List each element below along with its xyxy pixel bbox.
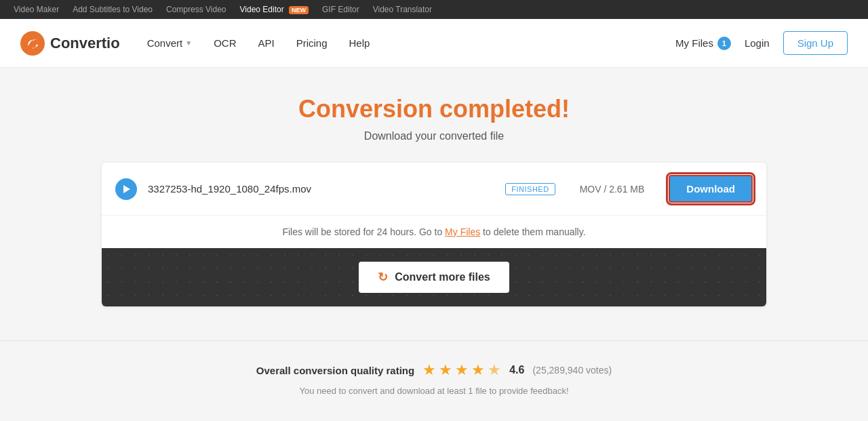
convert-more-button[interactable]: ↻ Convert more files [359, 262, 509, 293]
rating-note: You need to convert and download at leas… [299, 386, 568, 396]
nav-help[interactable]: Help [349, 37, 370, 49]
download-button[interactable]: Download [669, 175, 753, 203]
conversion-title: Conversion completed! [298, 95, 570, 123]
file-size: MOV / 2.61 MB [580, 184, 645, 195]
rating-section: Overall conversion quality rating ★ ★ ★ … [0, 341, 868, 409]
storage-notice-prefix: Files will be stored for 24 hours. Go to [282, 226, 445, 237]
star-4[interactable]: ★ [471, 361, 485, 379]
refresh-icon: ↻ [378, 270, 388, 285]
star-rating[interactable]: ★ ★ ★ ★ ★ [422, 361, 501, 379]
storage-notice-suffix: to delete them manually. [480, 226, 585, 237]
nav-ocr[interactable]: OCR [214, 37, 236, 49]
star-1[interactable]: ★ [422, 361, 436, 379]
star-5-half[interactable]: ★ [488, 361, 501, 379]
star-3[interactable]: ★ [455, 361, 469, 379]
header: Convertio Convert ▼ OCR API Pricing Help… [0, 19, 868, 68]
star-2[interactable]: ★ [439, 361, 452, 379]
main-content: Conversion completed! Download your conv… [0, 68, 868, 327]
logo-icon [20, 31, 45, 56]
my-files-count-badge: 1 [717, 37, 731, 50]
logo[interactable]: Convertio [20, 31, 120, 56]
top-bar: Video Maker Add Subtitles to Video Compr… [0, 0, 868, 19]
chevron-down-icon: ▼ [185, 39, 192, 47]
rating-score: 4.6 [509, 364, 524, 376]
nav-pricing[interactable]: Pricing [296, 37, 328, 49]
conversion-subtitle: Download your converted file [364, 130, 504, 142]
my-files-button[interactable]: My Files 1 [675, 37, 731, 50]
rating-votes: (25,289,940 votes) [532, 365, 612, 376]
rating-row: Overall conversion quality rating ★ ★ ★ … [256, 361, 612, 379]
logo-text: Convertio [50, 35, 120, 52]
new-badge: NEW [289, 6, 309, 14]
topbar-video-maker[interactable]: Video Maker [14, 5, 59, 14]
status-badge: FINISHED [505, 183, 555, 195]
topbar-compress-video[interactable]: Compress Video [166, 5, 226, 14]
svg-point-0 [20, 31, 45, 56]
topbar-video-editor[interactable]: Video Editor NEW [240, 5, 309, 14]
topbar-add-subtitles[interactable]: Add Subtitles to Video [73, 5, 153, 14]
login-button[interactable]: Login [745, 37, 770, 49]
header-actions: My Files 1 Login Sign Up [675, 31, 848, 55]
nav-api[interactable]: API [258, 37, 274, 49]
storage-notice: Files will be stored for 24 hours. Go to… [102, 216, 766, 248]
file-name: 3327253-hd_1920_1080_24fps.mov [148, 183, 494, 195]
file-card: 3327253-hd_1920_1080_24fps.mov FINISHED … [102, 163, 766, 306]
my-files-link[interactable]: My Files [445, 226, 480, 237]
convert-more-bar: ↻ Convert more files [102, 248, 766, 306]
signup-button[interactable]: Sign Up [783, 31, 848, 55]
rating-label: Overall conversion quality rating [256, 365, 414, 376]
main-nav: Convert ▼ OCR API Pricing Help [147, 37, 675, 49]
topbar-gif-editor[interactable]: GIF Editor [322, 5, 359, 14]
file-play-icon[interactable] [115, 178, 137, 200]
file-row: 3327253-hd_1920_1080_24fps.mov FINISHED … [102, 163, 766, 216]
nav-convert[interactable]: Convert ▼ [147, 37, 192, 49]
topbar-video-translator[interactable]: Video Translator [373, 5, 432, 14]
